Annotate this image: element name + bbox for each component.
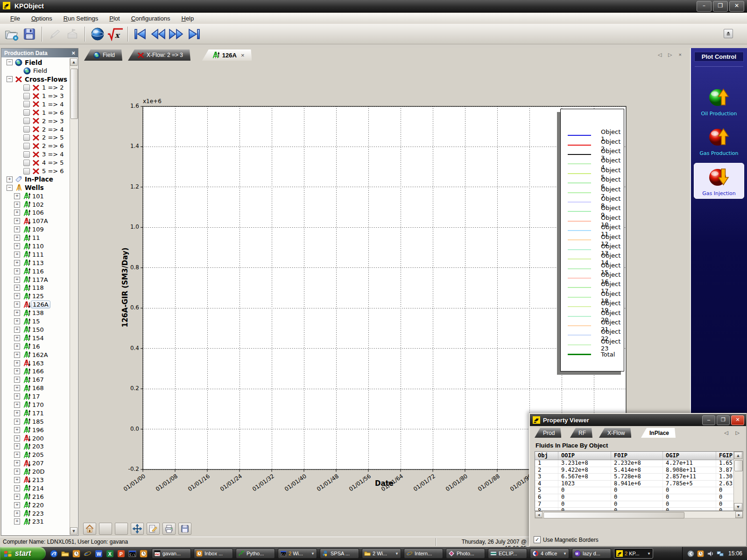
collapse-icon[interactable]: − (7, 76, 13, 82)
tab-close-icon[interactable]: × (241, 52, 245, 59)
tree-item-3-4[interactable]: 3 => 4 (2, 150, 70, 159)
tree-item-107A[interactable]: +107A (2, 217, 70, 225)
notes-clock-icon[interactable] (72, 550, 80, 558)
pv-close-button[interactable]: ✕ (731, 415, 744, 425)
tree-item-150[interactable]: +150 (2, 326, 70, 334)
expand-icon[interactable]: + (14, 435, 20, 441)
tab-scroll-left-icon[interactable]: ◁ (658, 52, 662, 58)
expand-icon[interactable]: + (14, 377, 20, 383)
tree-item-116[interactable]: +116 (2, 267, 70, 275)
tree-item-16[interactable]: +16 (2, 342, 70, 350)
tree-item-15[interactable]: +15 (2, 317, 70, 326)
tree-checkbox[interactable] (23, 143, 30, 149)
panel-close-icon[interactable]: × (71, 49, 75, 56)
tree-item-2-3[interactable]: 2 => 3 (2, 117, 70, 125)
scroll-down-icon[interactable]: ▼ (70, 527, 78, 535)
expand-icon[interactable]: + (14, 235, 20, 241)
globe-tool-button[interactable] (89, 25, 106, 43)
tree-item-In-Place[interactable]: +In-Place (2, 175, 70, 183)
tree-item-216[interactable]: +216 (2, 492, 70, 501)
tree-item-170[interactable]: +170 (2, 401, 70, 409)
expand-icon[interactable]: + (14, 260, 20, 266)
tree-item-138[interactable]: +138 (2, 309, 70, 317)
expand-icon[interactable]: + (14, 193, 20, 199)
word-icon[interactable]: W (95, 550, 103, 558)
tree-item-168[interactable]: +168 (2, 384, 70, 392)
dropdown-arrow-icon[interactable]: ▼ (563, 552, 567, 556)
menu-item-file[interactable]: File (5, 14, 26, 23)
edit-button[interactable] (147, 523, 160, 535)
folder-icon[interactable] (61, 550, 69, 558)
expand-icon[interactable]: + (14, 252, 20, 258)
tab-close-icon[interactable]: × (679, 52, 682, 58)
ie-icon[interactable]: e (84, 550, 92, 558)
close-button[interactable]: ✕ (729, 1, 744, 12)
menu-item-options[interactable]: Options (26, 14, 58, 23)
expand-icon[interactable]: + (14, 277, 20, 283)
tree-item-Field[interactable]: −Field (2, 58, 70, 67)
expand-icon[interactable]: + (14, 310, 20, 316)
pv-tab-inplace[interactable]: InPlace (641, 428, 676, 438)
task-button-4-office[interactable]: 4 office▼ (530, 548, 569, 559)
tree-item-207[interactable]: +207 (2, 459, 70, 468)
tree-checkbox[interactable] (23, 168, 30, 175)
expand-icon[interactable]: + (14, 202, 20, 208)
sqrtx-button[interactable]: x (106, 25, 124, 43)
task-button-intern-[interactable]: eIntern... (404, 548, 443, 559)
nav-first-button[interactable] (132, 25, 149, 43)
tree-item-11[interactable]: +11 (2, 234, 70, 242)
expand-icon[interactable]: + (14, 210, 20, 216)
task-button-eclip-[interactable]: ECLIP... (488, 548, 527, 559)
menu-item-plot[interactable]: Plot (104, 14, 125, 23)
pv-tab-next-icon[interactable]: ▷ (736, 430, 740, 436)
tree-item-205[interactable]: +205 (2, 451, 70, 459)
tray-net-icon[interactable] (717, 550, 724, 557)
plot-control-gas-production[interactable]: Gas Production (694, 123, 744, 158)
expand-icon[interactable]: + (14, 318, 20, 324)
tray-back-icon[interactable] (687, 550, 694, 557)
plot-control-oil-production[interactable]: Oil Production (694, 84, 744, 119)
tree-item-2-5[interactable]: 2 => 5 (2, 133, 70, 142)
tab-X-Flow-2-3[interactable]: X-Flow: 2 => 3 (128, 49, 190, 61)
tree-scrollbar[interactable]: ▲ ▼ (70, 58, 78, 535)
toolbar-blank-button[interactable] (99, 523, 112, 535)
tree-item-110[interactable]: +110 (2, 242, 70, 251)
tree-checkbox[interactable] (23, 160, 30, 166)
open-button[interactable] (3, 25, 21, 43)
expand-icon[interactable]: + (14, 243, 20, 249)
expand-icon[interactable]: + (14, 419, 20, 425)
expand-icon[interactable]: + (14, 360, 20, 366)
expand-icon[interactable]: + (14, 352, 20, 358)
pv-table-hscrollbar[interactable]: ◂ ▸ (535, 511, 743, 518)
tree-item-17[interactable]: +17 (2, 392, 70, 401)
expand-icon[interactable]: + (14, 393, 20, 399)
tree-item-5-6[interactable]: 5 => 6 (2, 167, 70, 175)
tab-Field[interactable]: Field (84, 49, 122, 61)
ppt-icon[interactable]: P (117, 550, 125, 558)
tree-item-185[interactable]: +185 (2, 417, 70, 426)
tree-item-102[interactable]: +102 (2, 200, 70, 209)
dropdown-arrow-icon[interactable]: ▼ (395, 552, 399, 556)
tree-item-1-2[interactable]: 1 => 2 (2, 84, 70, 92)
tree-item-Wells[interactable]: −Wells (2, 183, 70, 192)
expand-icon[interactable]: + (14, 285, 20, 291)
tree-item-101[interactable]: +101 (2, 192, 70, 200)
tree-checkbox[interactable] (23, 109, 30, 116)
pv-tab-prev-icon[interactable]: ◁ (724, 430, 728, 436)
nav-prev-button[interactable] (149, 25, 167, 43)
property-viewer-titlebar[interactable]: Property Viewer – ❐ ✕ (530, 414, 746, 426)
task-button-2-wi-[interactable]: C:\2 Wi...▼ (278, 548, 317, 559)
tray-audio-icon[interactable] (707, 550, 714, 557)
menu-item-run-settings[interactable]: Run Settings (58, 14, 104, 23)
expand-icon[interactable]: + (14, 368, 20, 374)
expand-icon[interactable]: + (14, 502, 20, 508)
expand-icon[interactable]: + (14, 385, 20, 391)
tree-item-113[interactable]: +113 (2, 259, 70, 267)
expand-icon[interactable]: + (14, 293, 20, 299)
plot-control-gas-injection[interactable]: Gas Injection (694, 163, 744, 199)
scroll-down-icon[interactable]: ▼ (734, 503, 742, 511)
scroll-up-icon[interactable]: ▲ (734, 452, 742, 459)
expand-icon[interactable]: + (14, 301, 20, 308)
tree-item-162A[interactable]: +162A (2, 350, 70, 359)
magnetic-borders-checkbox[interactable]: ✓ (534, 536, 541, 543)
